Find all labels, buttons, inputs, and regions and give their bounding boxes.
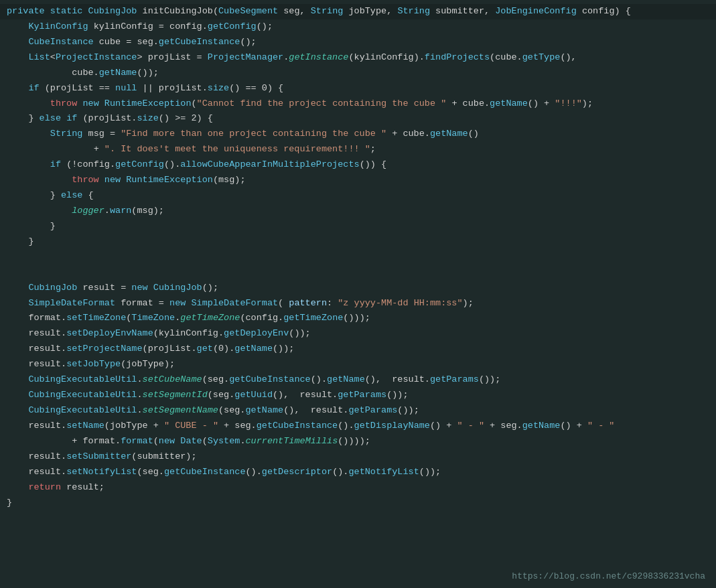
code-line-26: CubingExecutableUtil.setSegmentName(seg.… — [0, 403, 716, 419]
code-line-14: logger.warn(msg); — [0, 204, 716, 219]
code-line-30: result.setNotifyList(seg.getCubeInstance… — [0, 465, 716, 480]
code-line-10: + ". It does't meet the uniqueness requi… — [0, 142, 716, 157]
code-line-13: } else { — [0, 188, 716, 204]
code-line-17 — [0, 265, 716, 281]
code-line-11: if (!config.getConfig().allowCubeAppearI… — [0, 157, 716, 173]
code-line-blank1 — [0, 250, 716, 265]
code-line-22: result.setProjectName(projList.get(0).ge… — [0, 342, 716, 357]
code-line-2: KylinConfig kylinConfig = config.getConf… — [0, 19, 716, 35]
code-line-29: result.setSubmitter(submitter); — [0, 449, 716, 465]
code-line-12: throw new RuntimeException(msg); — [0, 173, 716, 188]
code-line-4: List<ProjectInstance> projList = Project… — [0, 50, 716, 66]
watermark: https://blog.csdn.net/c9298336231vcha — [512, 571, 705, 581]
code-line-1: private static CubingJob initCubingJob(C… — [0, 4, 716, 19]
code-line-21: result.setDeployEnvName(kylinConfig.getD… — [0, 326, 716, 342]
code-line-18: CubingJob result = new CubingJob(); — [0, 281, 716, 296]
code-line-3: CubeInstance cube = seg.getCubeInstance(… — [0, 35, 716, 50]
code-line-23: result.setJobType(jobType); — [0, 357, 716, 372]
code-line-32: } — [0, 496, 716, 511]
code-line-7: throw new RuntimeException("Cannot find … — [0, 96, 716, 112]
code-line-8: } else if (projList.size() >= 2) { — [0, 111, 716, 127]
code-line-27: result.setName(jobType + " CUBE - " + se… — [0, 419, 716, 434]
code-line-16: } — [0, 234, 716, 250]
code-line-20: format.setTimeZone(TimeZone.getTimeZone(… — [0, 311, 716, 326]
code-line-24: CubingExecutableUtil.setCubeName(seg.get… — [0, 372, 716, 388]
code-line-6: if (projList == null || projList.size() … — [0, 81, 716, 96]
code-line-31: return result; — [0, 480, 716, 496]
code-line-5: cube.getName()); — [0, 66, 716, 81]
code-line-9: String msg = "Find more than one project… — [0, 127, 716, 142]
code-line-19: SimpleDateFormat format = new SimpleDate… — [0, 296, 716, 311]
code-line-28: + format.format(new Date(System.currentT… — [0, 434, 716, 449]
code-block: private static CubingJob initCubingJob(C… — [0, 0, 716, 588]
code-line-25: CubingExecutableUtil.setSegmentId(seg.ge… — [0, 388, 716, 403]
code-line-15: } — [0, 219, 716, 234]
